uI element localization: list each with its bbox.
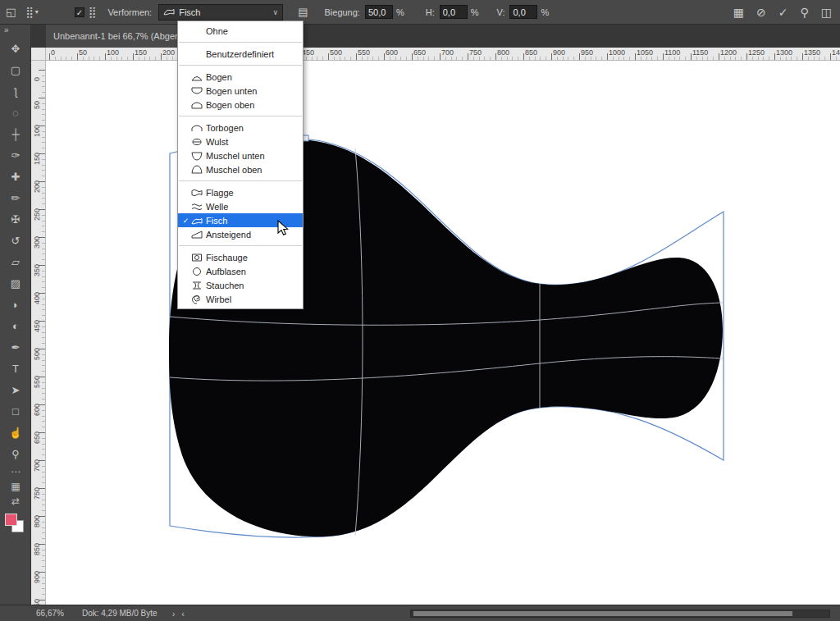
pen-tool[interactable]: ✒ — [0, 336, 31, 358]
dodge-tool[interactable]: ◐ — [0, 315, 31, 336]
warp-option-muschel-unten[interactable]: Muschel unten — [178, 148, 303, 162]
warp-option-fisch[interactable]: ✓Fisch — [178, 213, 303, 227]
warp-option-stauchen[interactable]: Stauchen — [178, 278, 303, 292]
warp-option-bogen[interactable]: Bogen — [178, 70, 303, 84]
warp-mode-toggle-icon[interactable]: ▦ — [733, 7, 744, 18]
ruler-label: 800 — [33, 515, 41, 527]
ruler-label: 950 — [581, 48, 593, 57]
transform-tool-icon: ◱ — [6, 7, 16, 17]
chevron-down-icon[interactable]: ▾ — [35, 9, 39, 16]
warp-option-benutzerdefiniert[interactable]: Benutzerdefiniert — [178, 47, 303, 61]
eyedropper-tool[interactable]: ✑ — [0, 144, 31, 166]
warp-orientation-icon[interactable]: ▤ — [298, 7, 308, 17]
v-unit: % — [541, 7, 549, 17]
cancel-transform-icon[interactable]: ⊘ — [756, 7, 766, 18]
document-tab-title: Unbenannt-1 bei 66,7% (Abgen — [53, 31, 180, 41]
blur-tool[interactable]: ◗ — [0, 294, 31, 315]
toolbar-expand-icon[interactable]: » — [0, 25, 30, 38]
biegung-input[interactable] — [365, 5, 393, 19]
menu-separator — [179, 245, 302, 246]
marquee-tool[interactable]: ▢ — [0, 59, 31, 80]
path-selection-tool[interactable]: ➤ — [0, 379, 31, 400]
warp-option-wulst[interactable]: Wulst — [178, 135, 303, 148]
h-input[interactable] — [440, 5, 468, 19]
ruler-label: 850 — [33, 543, 41, 555]
ruler-label: 300 — [33, 236, 41, 249]
warp-option-bogen-unten[interactable]: Bogen unten — [178, 84, 303, 98]
warp-option-label: Fischauge — [206, 253, 248, 263]
warp-option-label: Ansteigend — [206, 230, 251, 240]
scrollbar-thumb[interactable] — [413, 611, 792, 616]
history-brush-tool[interactable]: ↺ — [0, 230, 31, 251]
ruler-tick — [495, 53, 496, 60]
warp-option-fischauge[interactable]: Fischauge — [178, 250, 303, 264]
zoom-tool[interactable]: ⚲ — [0, 443, 31, 464]
warp-option-flagge[interactable]: Flagge — [178, 185, 303, 199]
canvas[interactable] — [46, 61, 840, 605]
eraser-tool[interactable]: ▱ — [0, 251, 31, 272]
warp-option-label: Flagge — [206, 188, 234, 198]
zoom-level[interactable]: 66,67% — [36, 609, 64, 618]
ruler-tick — [440, 53, 441, 60]
ruler-label: 100 — [33, 125, 41, 137]
search-icon[interactable]: ⚲ — [801, 7, 809, 18]
h-label: H: — [426, 7, 435, 17]
warp-option-ansteigend[interactable]: Ansteigend — [178, 227, 303, 241]
lasso-tool[interactable]: ƪ — [0, 80, 31, 102]
ruler-label: 1050 — [637, 48, 653, 57]
ruler-vertical[interactable]: 0501001502002503003504004505005506006507… — [31, 61, 46, 605]
horizontal-scrollbar[interactable] — [410, 610, 830, 618]
warp-option-wirbel[interactable]: Wirbel — [178, 292, 303, 306]
warp-option-aufblasen[interactable]: Aufblasen — [178, 264, 303, 278]
v-input[interactable] — [509, 5, 537, 19]
fischauge-icon — [190, 253, 203, 263]
healing-brush-tool[interactable]: ✚ — [0, 166, 31, 187]
ruler-label: 350 — [33, 264, 41, 276]
wirbel-icon — [190, 295, 203, 304]
menu-separator — [179, 180, 302, 181]
brush-tool[interactable]: ✏ — [0, 187, 31, 208]
move-tool[interactable]: ✥ — [0, 38, 31, 59]
clone-stamp-tool[interactable]: ✠ — [0, 208, 31, 230]
warp-option-muschel-oben[interactable]: Muschel oben — [178, 162, 303, 176]
type-tool[interactable]: T — [0, 358, 31, 379]
muschel-oben-icon — [190, 165, 203, 175]
workspace-switcher-icon[interactable]: ◫ — [821, 7, 832, 18]
ruler-label: 750 — [469, 48, 482, 57]
ruler-tick — [328, 53, 329, 60]
warp-select[interactable]: Fisch ∨ — [158, 4, 283, 21]
ruler-tick — [691, 53, 692, 60]
ruler-horizontal[interactable]: 0501001502002503003504004505005506006507… — [46, 48, 840, 61]
hand-tool[interactable]: ☝ — [0, 422, 31, 443]
chevron-left-icon[interactable]: ‹ — [181, 609, 185, 619]
check-icon: ✓ — [181, 217, 190, 225]
reference-point-locator-icon[interactable]: ⣿ — [25, 7, 34, 17]
ruler-tick — [663, 53, 664, 60]
warp-option-ohne[interactable]: Ohne — [178, 24, 303, 38]
toolbar: » ✥▢ƪ◌┼✑✚✏✠↺▱▨◗◐✒T➤□☝⚲ ⋯ ▦ ⇄ — [0, 25, 31, 605]
crop-tool[interactable]: ┼ — [0, 123, 31, 144]
commit-transform-icon[interactable]: ✓ — [778, 7, 788, 18]
foreground-color-swatch[interactable] — [5, 514, 17, 526]
biegung-label: Biegung: — [324, 7, 359, 17]
ansteigend-icon — [190, 230, 203, 240]
warp-option-bogen-oben[interactable]: Bogen oben — [178, 98, 303, 112]
bogen-unten-icon — [190, 86, 203, 96]
warp-option-welle[interactable]: Welle — [178, 199, 303, 213]
gradient-tool[interactable]: ▨ — [0, 272, 31, 294]
ruler-label: 750 — [33, 487, 41, 500]
warp-option-torbogen[interactable]: Torbogen — [178, 121, 303, 135]
shape-tool[interactable]: □ — [0, 400, 31, 422]
constrain-checkbox[interactable]: ✓ — [75, 7, 84, 17]
warped-shape-layer — [46, 61, 840, 605]
ruler-label: 1250 — [748, 48, 765, 57]
edit-toolbar-icon[interactable]: ⋯ — [0, 464, 31, 479]
mask-mode-icon[interactable]: ▦ — [0, 479, 31, 494]
ruler-tick — [830, 53, 831, 60]
screen-mode-icon[interactable]: ⇄ — [0, 494, 31, 509]
chevron-right-icon[interactable]: › — [172, 609, 176, 619]
warp-option-label: Stauchen — [206, 281, 244, 290]
quick-selection-tool[interactable]: ◌ — [0, 102, 31, 123]
ruler-label: 150 — [33, 153, 41, 165]
ruler-label: 250 — [33, 208, 41, 221]
